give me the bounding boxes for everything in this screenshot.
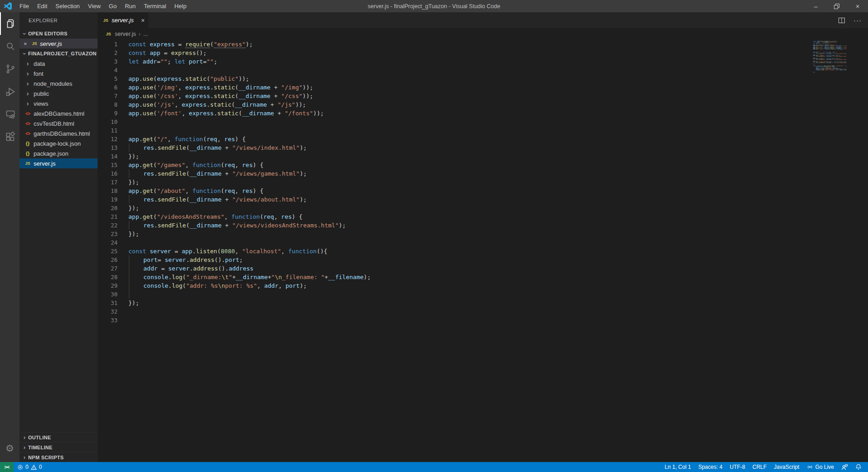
explorer-sidebar: EXPLORER › OPEN EDITORS × JS server.js ›…	[20, 12, 98, 462]
split-editor-icon[interactable]	[838, 17, 845, 24]
status-crlf[interactable]: CRLF	[749, 462, 770, 472]
tab-close-icon[interactable]: ×	[141, 17, 145, 24]
menu-go[interactable]: Go	[105, 0, 121, 12]
code-line[interactable]: 14});	[98, 152, 814, 161]
minimize-button[interactable]: –	[805, 0, 826, 12]
menu-file[interactable]: File	[15, 0, 33, 12]
code-line[interactable]: 1const express = require("express");	[98, 40, 814, 49]
minimap-line: app.use('/font', express.static(__dirnam…	[813, 49, 847, 50]
explorer-icon[interactable]	[0, 12, 20, 35]
code-line[interactable]: 18app.get("/about", function(req, res) {	[98, 187, 814, 195]
code-line[interactable]: 33	[98, 316, 814, 324]
status-javascript[interactable]: JavaScript	[770, 462, 803, 472]
code-line[interactable]: 11	[98, 126, 814, 135]
code-line[interactable]: 2const app = express();	[98, 49, 814, 57]
remote-explorer-icon[interactable]	[0, 103, 20, 126]
remote-indicator[interactable]: ><	[0, 462, 14, 472]
tree-item-garthsdbgames-html[interactable]: <>garthsDBGames.html	[20, 128, 98, 138]
tree-item-package-lock-json[interactable]: {}package-lock.json	[20, 138, 98, 148]
feedback-button[interactable]	[838, 462, 852, 472]
tab-server-js[interactable]: JS server.js ×	[98, 12, 148, 28]
tree-item-node-modules[interactable]: ›node_modules	[20, 79, 98, 88]
line-number: 13	[98, 143, 118, 152]
tree-item-data[interactable]: ›data	[20, 59, 98, 69]
code-line[interactable]: 3let addr=""; let port="";	[98, 57, 814, 66]
tree-item-font[interactable]: ›font	[20, 69, 98, 79]
code-line[interactable]: 26port= server.address().port;	[98, 256, 814, 264]
notifications-button[interactable]	[852, 462, 865, 472]
code-line[interactable]: 7app.use('/css', express.static(__dirnam…	[98, 92, 814, 100]
code-line[interactable]: 30	[98, 290, 814, 299]
code-line[interactable]: 29console.log("addr: %s\nport: %s", addr…	[98, 281, 814, 290]
code-line[interactable]: 17});	[98, 178, 814, 187]
editor-actions: ···	[838, 12, 868, 28]
js-file-icon: JS	[105, 32, 112, 36]
code-line[interactable]: 16res.sendFile(__dirname + "/views/games…	[98, 169, 814, 178]
tree-item-csvtestdb-html[interactable]: <>csvTestDB.html	[20, 118, 98, 128]
tree-item-public[interactable]: ›public	[20, 88, 98, 98]
status-ln-1-col-1[interactable]: Ln 1, Col 1	[661, 462, 695, 472]
code-line[interactable]: 12app.get("/", function(req, res) {	[98, 135, 814, 143]
panel-outline[interactable]: ›OUTLINE	[20, 432, 98, 442]
menu-selection[interactable]: Selection	[51, 0, 83, 12]
code-lines[interactable]: 1const express = require("express");2con…	[98, 40, 814, 324]
code-line[interactable]: 21app.get("/videosAndStreams", function(…	[98, 212, 814, 221]
workspace-folder-header[interactable]: › FINALPROJECT_GTUAZON	[20, 49, 98, 59]
code-line[interactable]: 31});	[98, 299, 814, 307]
menu-view[interactable]: View	[84, 0, 105, 12]
extensions-icon[interactable]	[0, 126, 20, 148]
code-line[interactable]: 4	[98, 66, 814, 74]
open-editors-header[interactable]: › OPEN EDITORS	[20, 29, 98, 39]
menu-edit[interactable]: Edit	[33, 0, 51, 12]
code-line[interactable]: 15app.get("/games", function(req, res) {	[98, 161, 814, 169]
code-line[interactable]: 32	[98, 307, 814, 316]
code-line[interactable]: 27addr = server.address().address	[98, 264, 814, 273]
code-line[interactable]: 28console.log("_dirname:\t"+__dirname+"\…	[98, 273, 814, 281]
panel-npm-scripts[interactable]: ›NPM SCRIPTS	[20, 452, 98, 462]
breadcrumb-tail[interactable]: ...	[143, 31, 148, 37]
code-line[interactable]: 19res.sendFile(__dirname + "/views/about…	[98, 195, 814, 204]
code-line[interactable]: 5app.use(express.static("public"));	[98, 74, 814, 83]
code-line[interactable]: 10	[98, 118, 814, 126]
tree-item-server-js[interactable]: JSserver.js	[20, 158, 98, 168]
close-icon[interactable]: ×	[24, 40, 31, 47]
minimap-line: console.log("addr: %s\nport: %s", addr, …	[813, 70, 847, 71]
code-line[interactable]: 23});	[98, 230, 814, 238]
go-live-button[interactable]: Go Live	[803, 462, 838, 472]
tree-item-package-json[interactable]: {}package.json	[20, 148, 98, 158]
code-line[interactable]: 9app.use('/font', express.static(__dirna…	[98, 109, 814, 118]
settings-gear-icon[interactable]: ⚙	[0, 438, 20, 459]
code-editor[interactable]: 1const express = require("express");2con…	[98, 40, 868, 462]
code-line[interactable]: 13res.sendFile(__dirname + "/views/index…	[98, 143, 814, 152]
status-utf-8[interactable]: UTF-8	[726, 462, 749, 472]
code-line[interactable]: 6app.use('/img', express.static(__dirnam…	[98, 83, 814, 92]
json-file-icon: {}	[24, 151, 31, 156]
breadcrumb[interactable]: JS server.js › ...	[98, 28, 868, 40]
menu-terminal[interactable]: Terminal	[140, 0, 170, 12]
open-editor-item-server-js[interactable]: × JS server.js	[20, 39, 98, 49]
minimap-line: res.sendFile(__dirname + "/views/games.h…	[813, 56, 847, 57]
tree-item-alexdbgames-html[interactable]: <>alexDBGames.html	[20, 108, 98, 118]
line-content: app.use('/js', express.static(__dirname …	[118, 100, 306, 109]
indent-guide	[129, 143, 143, 152]
status-spaces-4[interactable]: Spaces: 4	[695, 462, 726, 472]
more-actions-icon[interactable]: ···	[853, 16, 862, 24]
chevron-right-icon: ›	[24, 70, 31, 77]
run-and-debug-icon[interactable]	[0, 80, 20, 103]
code-line[interactable]: 25const server = app.listen(8080, "local…	[98, 247, 814, 256]
code-line[interactable]: 22res.sendFile(__dirname + "/views/video…	[98, 221, 814, 230]
tree-item-views[interactable]: ›views	[20, 98, 98, 108]
minimap[interactable]: const express = require("express");const…	[813, 41, 847, 75]
search-icon[interactable]	[0, 35, 20, 58]
code-line[interactable]: 20});	[98, 204, 814, 212]
menu-run[interactable]: Run	[121, 0, 140, 12]
code-line[interactable]: 8app.use('/js', express.static(__dirname…	[98, 100, 814, 109]
breadcrumb-file[interactable]: server.js	[115, 31, 136, 37]
restore-button[interactable]	[826, 0, 847, 12]
source-control-icon[interactable]	[0, 58, 20, 80]
panel-timeline[interactable]: ›TIMELINE	[20, 442, 98, 452]
menu-help[interactable]: Help	[170, 0, 191, 12]
problems-indicator[interactable]: 0 0	[14, 462, 45, 472]
code-line[interactable]: 24	[98, 238, 814, 247]
close-button[interactable]: ×	[847, 0, 868, 12]
